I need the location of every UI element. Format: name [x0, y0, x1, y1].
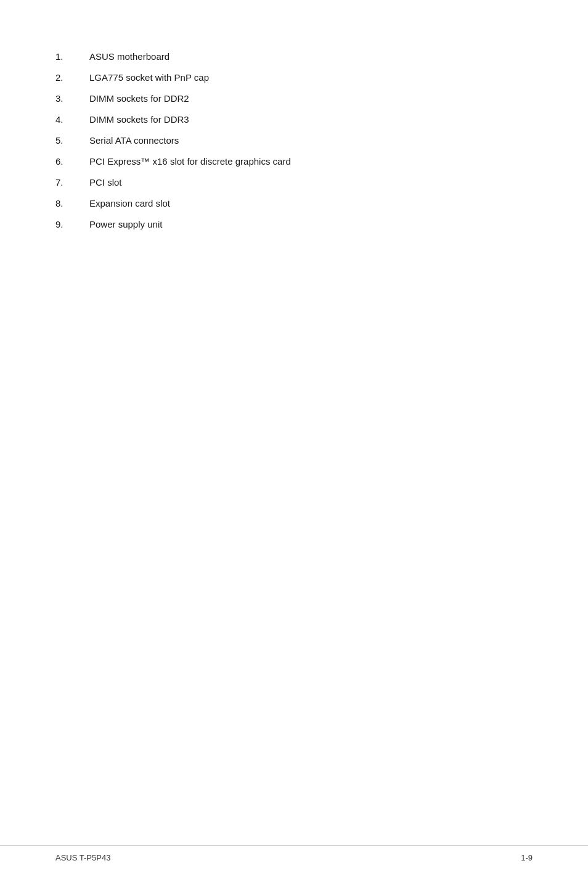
- list-item-text: Power supply unit: [89, 217, 162, 232]
- list-item: 2.LGA775 socket with PnP cap: [55, 70, 533, 85]
- footer-page-number: 1-9: [521, 853, 533, 862]
- list-item-number: 5.: [55, 133, 89, 148]
- list-item: 3.DIMM sockets for DDR2: [55, 91, 533, 106]
- list-item-text: DIMM sockets for DDR2: [89, 91, 189, 106]
- page-footer: ASUS T-P5P43 1-9: [0, 845, 588, 862]
- footer-product-name: ASUS T-P5P43: [55, 853, 110, 862]
- list-item-number: 7.: [55, 175, 89, 190]
- list-item-number: 1.: [55, 49, 89, 64]
- page-content: 1.ASUS motherboard2.LGA775 socket with P…: [0, 0, 588, 851]
- list-item-number: 2.: [55, 70, 89, 85]
- list-item-text: PCI slot: [89, 175, 122, 190]
- list-item-text: LGA775 socket with PnP cap: [89, 70, 209, 85]
- list-item: 8.Expansion card slot: [55, 196, 533, 211]
- list-item-number: 4.: [55, 112, 89, 127]
- list-item-text: Expansion card slot: [89, 196, 170, 211]
- list-item-number: 9.: [55, 217, 89, 232]
- list-item-number: 3.: [55, 91, 89, 106]
- list-item: 6.PCI Express™ x16 slot for discrete gra…: [55, 154, 533, 169]
- list-item-text: ASUS motherboard: [89, 49, 169, 64]
- list-item: 1.ASUS motherboard: [55, 49, 533, 64]
- list-item: 5.Serial ATA connectors: [55, 133, 533, 148]
- list-item-number: 8.: [55, 196, 89, 211]
- list-item: 9.Power supply unit: [55, 217, 533, 232]
- list-item-text: PCI Express™ x16 slot for discrete graph…: [89, 154, 291, 169]
- list-item: 4.DIMM sockets for DDR3: [55, 112, 533, 127]
- list-item: 7.PCI slot: [55, 175, 533, 190]
- list-item-text: Serial ATA connectors: [89, 133, 179, 148]
- list-item-number: 6.: [55, 154, 89, 169]
- component-list: 1.ASUS motherboard2.LGA775 socket with P…: [55, 49, 533, 232]
- list-item-text: DIMM sockets for DDR3: [89, 112, 189, 127]
